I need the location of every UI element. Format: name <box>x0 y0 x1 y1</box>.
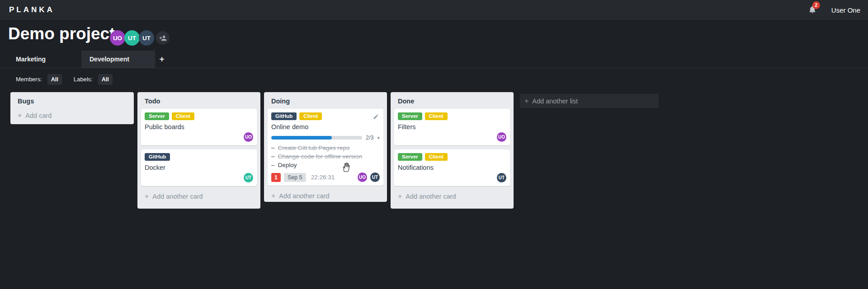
filter-bar: Members: All Labels: All <box>16 74 124 85</box>
avatar[interactable]: UT <box>497 173 506 182</box>
add-another-card-button[interactable]: + Add another card <box>268 190 383 202</box>
add-another-card-button[interactable]: + Add another card <box>394 191 510 202</box>
app-logo[interactable]: PLANKA <box>9 5 55 14</box>
card-notifications[interactable]: Server Client Notifications UT <box>394 149 510 186</box>
user-menu[interactable]: User One <box>831 6 860 14</box>
card-public-boards[interactable]: Server Client Public boards UO <box>141 109 257 145</box>
card-title: Filters <box>398 123 506 131</box>
card-labels: GitHub Client <box>271 112 380 120</box>
topbar-right: 2 User One <box>808 0 860 20</box>
task-item[interactable]: – Change code for offline version <box>271 152 380 161</box>
plus-icon: + <box>524 97 528 105</box>
list-done: Done Server Client Filters UO Server Cli… <box>391 92 514 209</box>
edit-card-button[interactable] <box>373 113 379 121</box>
members-filter-value[interactable]: All <box>47 74 62 85</box>
add-card-label: Add another card <box>406 192 456 201</box>
top-bar: PLANKA 2 User One <box>0 0 868 20</box>
task-marker: – <box>271 152 275 161</box>
avatar[interactable]: UT <box>124 30 140 46</box>
list-title[interactable]: Doing <box>268 96 383 109</box>
card-docker[interactable]: GitHub Docker UT <box>141 149 257 186</box>
label-github[interactable]: GitHub <box>271 112 297 120</box>
avatar[interactable]: UT <box>370 172 380 182</box>
add-card-button[interactable]: + Add card <box>14 110 130 121</box>
label-github[interactable]: GitHub <box>145 153 170 161</box>
avatar[interactable]: UO <box>110 30 125 46</box>
task-text: Change code for offline version <box>278 152 363 161</box>
label-server[interactable]: Server <box>398 112 422 120</box>
avatar[interactable]: UO <box>358 172 367 182</box>
progress-bar <box>271 136 362 140</box>
tabs-divider <box>0 68 868 68</box>
card-title: Online demo <box>271 123 380 131</box>
list-doing: Doing GitHub Client Online demo 2/3 ▾ – … <box>264 92 387 202</box>
add-list-label: Add another list <box>532 98 578 105</box>
task-text: Deploy <box>278 161 297 169</box>
label-client[interactable]: Client <box>425 112 448 120</box>
add-member-button[interactable] <box>156 31 170 45</box>
board-tabs: Marketing Development + <box>8 51 169 68</box>
label-server[interactable]: Server <box>398 153 422 161</box>
add-board-button[interactable]: + <box>155 51 169 68</box>
plus-icon: + <box>18 111 22 120</box>
avatar[interactable]: UT <box>244 173 253 182</box>
task-item[interactable]: – Create GitHub Pages repo <box>271 144 380 152</box>
notifications-button[interactable]: 2 <box>808 5 818 15</box>
card-filters[interactable]: Server Client Filters UO <box>394 109 510 145</box>
timer-value[interactable]: 22:26:31 <box>311 174 335 181</box>
card-labels: Server Client <box>145 112 253 120</box>
checklist-summary: 2/3 <box>366 135 373 141</box>
list-title[interactable]: Todo <box>141 96 257 109</box>
label-server[interactable]: Server <box>145 112 169 120</box>
card-title: Notifications <box>398 164 506 171</box>
label-client[interactable]: Client <box>172 112 194 120</box>
card-assignees: UO <box>145 132 253 142</box>
list-todo: Todo Server Client Public boards UO GitH… <box>137 92 260 209</box>
plus-icon: + <box>398 192 402 201</box>
project-members: UO UT UT <box>110 30 170 46</box>
card-online-demo[interactable]: GitHub Client Online demo 2/3 ▾ – Create… <box>268 109 383 186</box>
add-card-label: Add another card <box>152 192 203 201</box>
pencil-icon <box>373 114 379 120</box>
list-title[interactable]: Done <box>394 96 510 109</box>
card-footer: 1 Sep 5 22:26:31 UO UT <box>271 172 380 182</box>
task-marker: – <box>271 161 275 169</box>
list-bugs: Bugs + Add card <box>10 92 134 124</box>
progress-fill <box>271 136 332 140</box>
caret-down-icon[interactable]: ▾ <box>377 135 380 141</box>
add-user-icon <box>159 34 167 42</box>
add-list-button[interactable]: + Add another list <box>520 94 659 108</box>
add-another-card-button[interactable]: + Add another card <box>141 191 257 202</box>
task-item[interactable]: – Deploy <box>271 161 380 169</box>
project-title[interactable]: Demo project <box>8 24 115 43</box>
card-assignees: UO <box>398 132 506 142</box>
card-labels: GitHub <box>145 153 253 161</box>
avatar[interactable]: UO <box>497 132 506 142</box>
hand-cursor <box>341 161 352 172</box>
plus-icon: + <box>271 191 275 200</box>
card-title: Public boards <box>145 123 253 131</box>
tab-label: Development <box>90 56 129 63</box>
list-title[interactable]: Bugs <box>14 96 130 109</box>
task-marker: – <box>271 144 275 152</box>
avatar[interactable]: UO <box>244 132 253 142</box>
tab-marketing[interactable]: Marketing <box>8 51 81 68</box>
label-client[interactable]: Client <box>299 112 322 120</box>
card-notification-badge: 1 <box>271 173 281 182</box>
tab-label: Marketing <box>16 56 46 63</box>
members-filter-label: Members: <box>16 76 42 83</box>
card-title: Docker <box>145 164 253 171</box>
task-text: Create GitHub Pages repo <box>278 144 350 152</box>
notification-badge: 2 <box>812 1 820 9</box>
add-card-label: Add card <box>25 111 52 120</box>
tab-development[interactable]: Development <box>81 51 155 68</box>
card-assignees: UT <box>145 173 253 182</box>
card-labels: Server Client <box>398 153 506 161</box>
label-client[interactable]: Client <box>425 153 448 161</box>
task-list: – Create GitHub Pages repo – Change code… <box>271 144 380 169</box>
avatar[interactable]: UT <box>139 30 154 46</box>
due-date-badge[interactable]: Sep 5 <box>284 173 306 182</box>
labels-filter-value[interactable]: All <box>98 74 113 85</box>
checklist-progress: 2/3 ▾ <box>271 135 380 141</box>
add-card-label: Add another card <box>279 191 329 200</box>
